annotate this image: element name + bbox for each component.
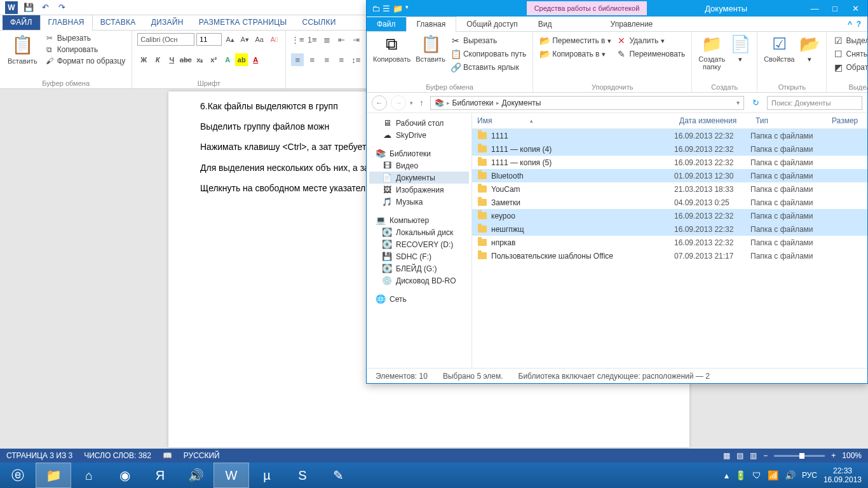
- copy-button[interactable]: ⧉Копировать: [373, 34, 410, 63]
- view-print-icon[interactable]: ▤: [736, 451, 743, 460]
- select-all-button[interactable]: ☑Выделить все: [833, 34, 868, 47]
- align-right-icon[interactable]: ≡: [320, 53, 333, 66]
- tray-up-icon[interactable]: ▴: [724, 470, 729, 480]
- zoom-value[interactable]: 100%: [842, 451, 862, 460]
- tab-insert[interactable]: ВСТАВКА: [93, 15, 144, 30]
- tray-network-icon[interactable]: 📶: [768, 470, 778, 480]
- tree-item[interactable]: 💿Дисковод BD-RO: [369, 274, 469, 287]
- tray-volume-icon[interactable]: 🔊: [785, 470, 796, 480]
- invert-selection-button[interactable]: ◩Обратить вы: [833, 61, 868, 74]
- properties-button[interactable]: ☑Свойства: [764, 34, 794, 63]
- address-bar[interactable]: 📚 ▸ Библиотеки ▸ Документы ▾: [430, 96, 745, 110]
- col-size[interactable]: Размер: [827, 113, 867, 128]
- file-row[interactable]: нешгпжщ16.09.2013 22:32Папка с файлами: [472, 222, 867, 236]
- copy-button[interactable]: ⧉Копировать: [44, 44, 127, 55]
- taskbar-item-skype[interactable]: S: [285, 463, 320, 488]
- file-row[interactable]: 111116.09.2013 22:32Папка с файлами: [472, 129, 867, 142]
- file-row[interactable]: YouCam21.03.2013 18:33Папка с файлами: [472, 182, 867, 196]
- cut-button[interactable]: ✂Вырезать: [44, 33, 127, 43]
- tree-item[interactable]: 📄Документы: [369, 172, 469, 184]
- status-proof-icon[interactable]: 📖: [163, 451, 172, 460]
- nav-tree[interactable]: 🖥Рабочий стол☁SkyDrive📚Библиотеки🎞Видео📄…: [367, 113, 472, 368]
- save-icon[interactable]: 💾: [23, 2, 34, 13]
- tree-item[interactable]: ☁SkyDrive: [369, 129, 469, 141]
- file-row[interactable]: 1111 — копия (4)16.09.2013 22:32Папка с …: [472, 142, 867, 156]
- highlight-icon[interactable]: ab: [235, 53, 248, 66]
- copy-path-button[interactable]: 📋Скопировать путь: [451, 48, 526, 60]
- font-color-icon[interactable]: A: [249, 53, 262, 66]
- crumb[interactable]: Документы: [502, 98, 541, 107]
- chevron-down-icon[interactable]: ▾: [405, 4, 409, 13]
- minimize-icon[interactable]: —: [805, 4, 824, 13]
- undo-icon[interactable]: ↶: [39, 2, 51, 13]
- delete-button[interactable]: ✕Удалить ▾: [616, 34, 685, 47]
- subscript-button[interactable]: x₂: [193, 53, 206, 66]
- file-row[interactable]: Заметки04.09.2013 0:25Папка с файлами: [472, 196, 867, 209]
- up-button[interactable]: ↑: [417, 98, 426, 107]
- status-words[interactable]: ЧИСЛО СЛОВ: 382: [84, 451, 151, 460]
- col-name[interactable]: Имя: [477, 116, 492, 125]
- view-read-icon[interactable]: ▦: [723, 451, 730, 460]
- change-case-icon[interactable]: Aa: [253, 33, 266, 46]
- indent-dec-icon[interactable]: ⇤: [335, 33, 348, 46]
- file-row[interactable]: кеуроо16.09.2013 22:32Папка с файлами: [472, 209, 867, 222]
- font-name-input[interactable]: Calibri (Осн: [137, 33, 194, 46]
- paste-shortcut-button[interactable]: 🔗Вставить ярлык: [451, 61, 526, 74]
- taskbar-item-explorer[interactable]: 📁: [36, 463, 71, 488]
- paste-button[interactable]: 📋Вставить: [5, 33, 40, 66]
- tree-item[interactable]: 💽БЛЕЙД (G:): [369, 262, 469, 274]
- open-button[interactable]: 📂▾: [799, 34, 820, 63]
- copy-to-button[interactable]: 📂Копировать в ▾: [539, 48, 611, 60]
- tray-lang[interactable]: РУС: [802, 471, 817, 480]
- tab-home[interactable]: ГЛАВНАЯ: [40, 15, 93, 30]
- select-none-button[interactable]: ☐Снять выделе: [833, 48, 868, 60]
- tab-file[interactable]: ФАЙЛ: [3, 15, 40, 30]
- tree-item[interactable]: 🎞Видео: [369, 159, 469, 172]
- view-web-icon[interactable]: ▥: [750, 451, 757, 460]
- taskbar-item-app[interactable]: ✎: [320, 463, 356, 488]
- tab-manage[interactable]: Управление: [600, 17, 663, 31]
- tree-item[interactable]: 💻Компьютер: [369, 214, 469, 226]
- close-icon[interactable]: ✕: [846, 4, 865, 13]
- line-spacing-icon[interactable]: ↕≡: [349, 53, 362, 66]
- col-date[interactable]: Дата изменения: [674, 113, 750, 128]
- tree-item[interactable]: 💾SDHC (F:): [369, 250, 469, 262]
- new-folder-button[interactable]: 📁Создать папку: [698, 34, 725, 71]
- zoom-out-icon[interactable]: −: [763, 451, 768, 460]
- tree-item[interactable]: 📚Библиотеки: [369, 147, 469, 159]
- taskbar-item-chrome[interactable]: ◉: [107, 463, 142, 488]
- tab-home[interactable]: Главная: [406, 17, 457, 32]
- taskbar-item-hp[interactable]: ⌂: [71, 463, 107, 488]
- maximize-icon[interactable]: □: [825, 4, 844, 13]
- tree-item[interactable]: 💽Локальный диск: [369, 226, 469, 238]
- tab-file[interactable]: Файл: [367, 17, 406, 31]
- zoom-in-icon[interactable]: +: [831, 451, 836, 460]
- taskbar-item-utorrent[interactable]: µ: [249, 463, 285, 488]
- justify-icon[interactable]: ≡: [335, 53, 348, 66]
- col-type[interactable]: Тип: [750, 113, 827, 128]
- properties-icon[interactable]: ☰: [383, 4, 390, 13]
- search-input[interactable]: Поиск: Документы: [767, 96, 862, 110]
- bold-button[interactable]: Ж: [137, 53, 150, 66]
- explorer-titlebar[interactable]: 🗀 ☰ 📁 ▾ Средства работы с библиотекой До…: [367, 0, 867, 17]
- tray-clock[interactable]: 22:33 16.09.2013: [824, 466, 862, 485]
- align-left-icon[interactable]: ≡: [291, 53, 304, 66]
- italic-button[interactable]: К: [151, 53, 164, 66]
- move-to-button[interactable]: 📂Переместить в ▾: [539, 34, 611, 47]
- file-row[interactable]: 1111 — копия (5)16.09.2013 22:32Папка с …: [472, 156, 867, 169]
- font-size-input[interactable]: 11: [196, 33, 222, 46]
- grow-font-icon[interactable]: A▴: [224, 33, 236, 46]
- underline-button[interactable]: Ч: [165, 53, 178, 66]
- clear-format-icon[interactable]: A⃠: [268, 33, 280, 46]
- tray-shield-icon[interactable]: 🛡: [752, 470, 761, 480]
- cut-button[interactable]: ✂Вырезать: [451, 34, 526, 47]
- tab-layout[interactable]: РАЗМЕТКА СТРАНИЦЫ: [191, 15, 295, 30]
- shrink-font-icon[interactable]: A▾: [238, 33, 251, 46]
- redo-icon[interactable]: ↷: [56, 2, 67, 13]
- new-item-button[interactable]: 📄▾: [730, 34, 750, 63]
- zoom-slider[interactable]: [774, 455, 825, 457]
- tab-share[interactable]: Общий доступ: [456, 17, 528, 31]
- list-header[interactable]: Имя▴ Дата изменения Тип Размер: [472, 113, 867, 129]
- format-painter-button[interactable]: 🖌Формат по образцу: [44, 56, 127, 66]
- back-button[interactable]: ←: [372, 95, 387, 111]
